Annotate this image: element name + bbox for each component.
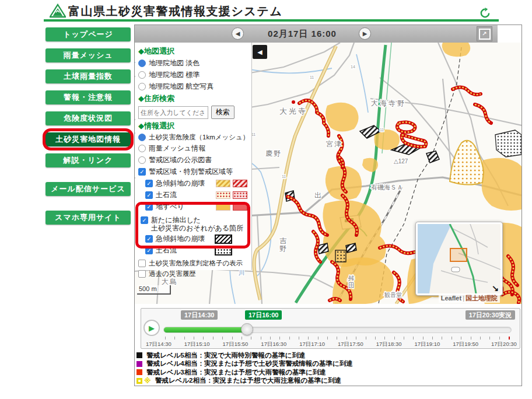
main-panel: ◀ 02月17日 16:00 ▶ ↗ xyxy=(134,24,522,386)
refresh-icon[interactable] xyxy=(480,8,491,19)
sidebar-item[interactable]: トップページ xyxy=(46,27,131,41)
sidebar-item[interactable]: 解説・リンク xyxy=(46,153,131,167)
info-layer-option[interactable]: 雨量メッシュ情報 xyxy=(138,144,249,153)
new-group-label-line2: 土砂災害のおそれがある箇所 xyxy=(151,224,243,232)
map-place-label: 11 xyxy=(282,174,286,178)
app-window: 富山県土砂災害警戒情報支援システム トップページ雨量メッシュ土壌雨量指数警報・注… xyxy=(0,0,532,399)
checkbox[interactable]: ✓ xyxy=(145,247,153,254)
address-search-header: ◆住所検索 xyxy=(138,93,249,104)
tick-mark xyxy=(194,337,194,340)
zone-swatch xyxy=(233,203,247,211)
zone-layer-row[interactable]: ✓土石流 xyxy=(145,190,249,200)
new-group-row[interactable]: ✓ 新たに抽出した 土砂災害のおそれがある箇所 xyxy=(141,216,249,232)
sidebar-item[interactable]: 警報・注意報 xyxy=(46,90,131,104)
zone-layer-row[interactable]: ✓急傾斜地の崩壊 xyxy=(145,178,249,188)
checkbox[interactable]: ✓ xyxy=(138,168,146,176)
radio-icon[interactable] xyxy=(138,60,146,67)
legend-text: 警戒レベル2相当：実況または予想で大雨注意報の基準に到達 xyxy=(155,376,341,385)
radio-icon[interactable] xyxy=(138,83,146,90)
map-type-option[interactable]: 地理院地図 標準 xyxy=(138,70,249,80)
tick-mark xyxy=(222,337,223,340)
map-type-option-label: 地理院地図 航空写真 xyxy=(149,82,214,92)
map-type-option[interactable]: 地理院地図 淡色 xyxy=(138,58,249,68)
tick-mark xyxy=(384,337,385,340)
map-place-label: 大海寺野 xyxy=(371,99,406,107)
tick-label: 17日15:10 xyxy=(184,341,210,348)
zone-group-label: 警戒区域・特別警戒区域等 xyxy=(149,167,233,177)
map-place-label: 吉野 xyxy=(279,237,287,253)
extra-items: 土砂災害危険度判定格子の表示過去の災害履歴 xyxy=(138,259,249,278)
tick-mark xyxy=(203,337,204,340)
checkbox[interactable]: ✓ xyxy=(145,180,153,187)
tick-mark xyxy=(489,337,490,340)
checkbox[interactable] xyxy=(138,260,146,267)
tick-mark xyxy=(308,337,309,340)
next-time-button[interactable]: ▶ xyxy=(359,27,371,40)
info-layer-option[interactable]: 警戒区域の公示図書 xyxy=(138,155,249,165)
new-layer-row[interactable]: ✓急傾斜地の崩壊 xyxy=(145,234,249,244)
zone-layer-label: 急傾斜地の崩壊 xyxy=(156,178,205,188)
map-place-label: △127 xyxy=(394,158,408,164)
radio-icon[interactable] xyxy=(138,134,146,141)
radio-icon[interactable] xyxy=(138,156,146,164)
tick-mark xyxy=(366,337,366,340)
extra-layer-row[interactable]: 過去の災害履歴 xyxy=(138,270,249,278)
tick-mark xyxy=(337,337,337,340)
extra-layer-label: 過去の災害履歴 xyxy=(149,270,196,278)
tick-mark xyxy=(375,337,376,340)
zone-group-row[interactable]: ✓ 警戒区域・特別警戒区域等 xyxy=(138,167,249,177)
search-button[interactable]: 検索 xyxy=(211,106,235,119)
zone-layer-row[interactable]: ✓地すべり xyxy=(145,202,249,212)
legend-color-swatch xyxy=(136,361,142,367)
address-input[interactable] xyxy=(138,106,208,119)
extra-layer-row[interactable]: 土砂災害危険度判定格子の表示 xyxy=(138,259,249,268)
overview-minimap[interactable]: ↘ xyxy=(416,222,502,295)
legend-row: 警戒レベル5相当：実況で大雨特別警報の基準に到達 xyxy=(136,351,353,359)
time-slider-track[interactable] xyxy=(163,327,512,333)
map-place-label: 観音堂 xyxy=(384,292,402,298)
minimap-canvas xyxy=(418,224,501,293)
map-select-header: ◆地図選択 xyxy=(138,46,249,57)
legend-color-swatch xyxy=(136,352,142,358)
tick-labels: 17日14:3017日15:1017日15:5017日16:3017日17:10… xyxy=(146,341,517,348)
time-slider-handle[interactable] xyxy=(241,323,253,335)
tick-label: 17日20:30 xyxy=(491,341,517,348)
sidebar-item[interactable]: メール配信サービス xyxy=(46,182,131,196)
radio-icon[interactable] xyxy=(138,71,146,79)
tick-mark xyxy=(251,337,251,340)
tick-mark xyxy=(413,337,414,340)
legend: 警戒レベル5相当：実況で大雨特別警報の基準に到達警戒レベル4相当：実況または予想… xyxy=(136,351,353,385)
legend-text: 警戒レベル5相当：実況で大雨特別警報の基準に到達 xyxy=(146,351,306,360)
prev-time-button[interactable]: ◀ xyxy=(232,27,244,40)
info-select-options: 土砂災害危険度（1kmメッシュ）雨量メッシュ情報警戒区域の公示図書 xyxy=(138,133,249,165)
minimap-toggle-icon[interactable]: ↘ xyxy=(491,284,499,293)
timeline-current-badge: 17日16:00 xyxy=(245,310,282,320)
panel-collapse-button[interactable]: ◀ xyxy=(253,45,267,59)
zone-swatch xyxy=(233,191,247,199)
map-type-option[interactable]: 地理院地図 航空写真 xyxy=(138,82,249,92)
sidebar-item[interactable]: 危険度状況図 xyxy=(46,111,131,125)
checkbox[interactable]: ✓ xyxy=(145,235,153,243)
checkbox[interactable]: ✓ xyxy=(145,203,153,211)
checkbox[interactable] xyxy=(138,270,146,278)
info-layer-option-label: 警戒区域の公示図書 xyxy=(149,155,212,165)
tick-mark xyxy=(452,337,452,340)
checkbox[interactable]: ✓ xyxy=(141,216,148,224)
layer-control-panel: ◆地図選択 地理院地図 淡色地理院地図 標準地理院地図 航空写真 ◆住所検索 検… xyxy=(135,43,252,270)
tick-mark xyxy=(242,337,242,340)
open-new-window-button[interactable]: ↗ xyxy=(477,26,492,41)
new-layer-row[interactable]: ✓土石流 xyxy=(145,246,249,256)
sidebar-item[interactable]: 土砂災害地図情報 xyxy=(46,132,131,146)
leaflet-credit[interactable]: Leaflet xyxy=(441,295,461,302)
sidebar-item[interactable]: 雨量メッシュ xyxy=(46,48,131,62)
legend-row: 警戒レベル4相当：実況または予想で土砂災害警戒情報の基準に到達 xyxy=(136,360,353,368)
sidebar-item[interactable]: 土壌雨量指数 xyxy=(46,69,131,83)
checkbox[interactable]: ✓ xyxy=(145,191,153,199)
radio-icon[interactable] xyxy=(138,145,146,152)
play-button[interactable]: ▶ xyxy=(144,320,160,336)
gsi-credit[interactable]: 国土地理院 xyxy=(466,295,498,302)
info-layer-option[interactable]: 土砂災害危険度（1kmメッシュ） xyxy=(138,133,249,142)
time-slider-fill xyxy=(164,327,247,332)
legend-row: ※警戒レベル2相当：実況または予想で大雨注意報の基準に到達 xyxy=(136,377,353,385)
sidebar-item[interactable]: スマホ専用サイト xyxy=(46,211,131,225)
